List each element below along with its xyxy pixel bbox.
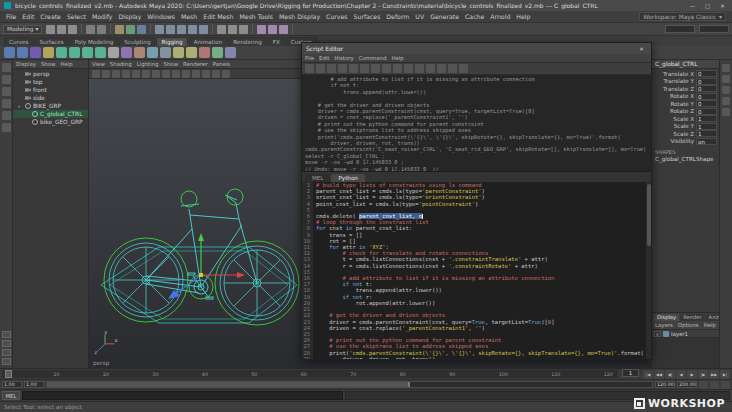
- open-scene-icon[interactable]: [57, 25, 66, 34]
- menu-cache[interactable]: Cache: [465, 13, 484, 20]
- rotate-tool-icon[interactable]: [2, 111, 11, 120]
- select-by-hierarchy-icon[interactable]: [115, 25, 124, 34]
- current-frame-field[interactable]: 1: [622, 369, 639, 377]
- xray-icon[interactable]: [212, 70, 220, 78]
- undo-icon[interactable]: [338, 64, 347, 73]
- menu-arnold[interactable]: Arnold: [490, 13, 510, 20]
- wireframe-on-shaded-icon[interactable]: [222, 70, 230, 78]
- channel-row[interactable]: Rotate X0: [652, 93, 719, 101]
- shelf-tab-surfaces[interactable]: Surfaces: [34, 37, 68, 46]
- time-track[interactable]: 1102030405060708090100110120: [2, 370, 618, 378]
- script-editor-tab-python[interactable]: Python: [331, 174, 364, 183]
- shelf-node-editor-icon[interactable]: [225, 47, 236, 58]
- output-connections-icon[interactable]: [228, 25, 237, 34]
- menu-generate[interactable]: Generate: [430, 13, 459, 20]
- step-forward-key-button[interactable]: |▶: [698, 370, 708, 379]
- play-backwards-button[interactable]: ◀: [676, 370, 686, 379]
- make-live-icon[interactable]: [199, 25, 208, 34]
- shape-node-name[interactable]: C_global_CTRLShape: [652, 155, 719, 164]
- motion-blur-icon[interactable]: [172, 70, 180, 78]
- ipr-render-icon[interactable]: [268, 25, 277, 34]
- shelf-tab-rigging[interactable]: Rigging: [156, 37, 187, 46]
- scrollbar[interactable]: [646, 182, 651, 359]
- layer-visibility-toggle[interactable]: V: [654, 331, 661, 337]
- time-tick[interactable]: 30: [152, 372, 158, 377]
- shelf-joint-icon[interactable]: [4, 47, 15, 58]
- script-editor-tab-mel[interactable]: MEL: [305, 174, 330, 183]
- channel-row[interactable]: Rotate Z0: [652, 108, 719, 116]
- range-track[interactable]: [46, 381, 653, 389]
- shelf-orient-constraint-icon[interactable]: [82, 47, 93, 58]
- snap-to-curve-icon[interactable]: [166, 25, 175, 34]
- step-back-frame-button[interactable]: ◀◀: [654, 370, 664, 379]
- copy-icon[interactable]: [371, 64, 380, 73]
- shelf-tab-animation[interactable]: Animation: [189, 37, 228, 46]
- tool-settings-toggle-icon[interactable]: [722, 75, 730, 83]
- channel-value-field[interactable]: 1: [696, 115, 717, 122]
- menu-curves[interactable]: Curves: [326, 13, 347, 20]
- echo-all-commands-icon[interactable]: [415, 64, 424, 73]
- execute-icon[interactable]: [448, 64, 457, 73]
- layout-single-pane-icon[interactable]: [2, 331, 11, 338]
- menu-mesh-display[interactable]: Mesh Display: [279, 13, 320, 20]
- channel-value-field[interactable]: 0: [696, 100, 717, 107]
- maximize-button[interactable]: ▢: [702, 3, 713, 9]
- channel-value-field[interactable]: 1: [696, 123, 717, 130]
- channel-box-object-name[interactable]: C_global_CTRL: [652, 60, 719, 69]
- input-connections-icon[interactable]: [217, 25, 226, 34]
- quick-selection-field[interactable]: [665, 25, 695, 33]
- shelf-curve-circle-icon[interactable]: [173, 47, 184, 58]
- command-language-toggle[interactable]: MEL: [2, 391, 20, 400]
- shelf-bind-skin-icon[interactable]: [30, 47, 41, 58]
- layout-outliner-persp-icon[interactable]: [2, 358, 11, 365]
- channel-value-field[interactable]: 0: [696, 70, 717, 77]
- shelf-ik-handle-icon[interactable]: [17, 47, 28, 58]
- shelf-locator-icon[interactable]: [160, 47, 171, 58]
- channel-value-field[interactable]: 1: [696, 130, 717, 137]
- character-controls-toggle-icon[interactable]: [722, 108, 730, 116]
- shelf-tab-rendering[interactable]: Rendering: [228, 37, 267, 46]
- range-inner-bar[interactable]: [47, 382, 410, 388]
- time-tick[interactable]: 70: [350, 372, 356, 377]
- menu-edit[interactable]: Edit: [22, 13, 34, 20]
- viewport-menu-lighting[interactable]: Lighting: [137, 61, 159, 67]
- time-tick[interactable]: 100: [499, 372, 508, 377]
- channel-value-field[interactable]: 0: [696, 78, 717, 85]
- outliner-item-side[interactable]: side: [13, 94, 88, 102]
- channel-row[interactable]: Visibilityon: [652, 138, 719, 146]
- multisample-aa-icon[interactable]: [182, 70, 190, 78]
- lock-camera-icon[interactable]: [102, 70, 110, 78]
- animation-end-field[interactable]: 200.00: [677, 381, 697, 389]
- shelf-ep-curve-icon[interactable]: [186, 47, 197, 58]
- depth-of-field-icon[interactable]: [192, 70, 200, 78]
- open-script-icon[interactable]: [316, 64, 325, 73]
- modeling-toolkit-toggle-icon[interactable]: [722, 97, 730, 105]
- menu-help[interactable]: Help: [516, 13, 530, 20]
- menu-deform[interactable]: Deform: [386, 13, 409, 20]
- character-set-icon[interactable]: [699, 381, 708, 389]
- redo-icon[interactable]: [349, 64, 358, 73]
- menu-file[interactable]: File: [6, 13, 16, 20]
- channel-value-field[interactable]: 0: [696, 108, 717, 115]
- shadows-icon[interactable]: [152, 70, 160, 78]
- auto-keyframe-icon[interactable]: [710, 381, 719, 389]
- scale-tool-icon[interactable]: [2, 123, 11, 132]
- execute-all-icon[interactable]: [437, 64, 446, 73]
- select-by-component-icon[interactable]: [137, 25, 146, 34]
- menu-surfaces[interactable]: Surfaces: [354, 13, 381, 20]
- channel-row[interactable]: Rotate Y0: [652, 100, 719, 108]
- time-tick[interactable]: 60: [301, 372, 307, 377]
- layout-two-pane-icon[interactable]: [2, 349, 11, 356]
- menu-display[interactable]: Display: [119, 13, 142, 20]
- snap-to-grid-icon[interactable]: [155, 25, 164, 34]
- paint-select-tool-icon[interactable]: [2, 87, 11, 96]
- time-tick[interactable]: 50: [251, 372, 257, 377]
- menu-mesh-tools[interactable]: Mesh Tools: [240, 13, 274, 20]
- clear-history-icon[interactable]: [404, 64, 413, 73]
- two-side-lighting-icon[interactable]: [142, 70, 150, 78]
- viewport-menu-show[interactable]: Show: [164, 61, 179, 67]
- expand-arrow-icon[interactable]: ▾: [18, 104, 23, 109]
- outliner-item-c-global-ctrl[interactable]: C_global_CTRL: [13, 110, 88, 118]
- shelf-wrap-icon[interactable]: [147, 47, 158, 58]
- layer-tab-render[interactable]: Render: [680, 314, 704, 321]
